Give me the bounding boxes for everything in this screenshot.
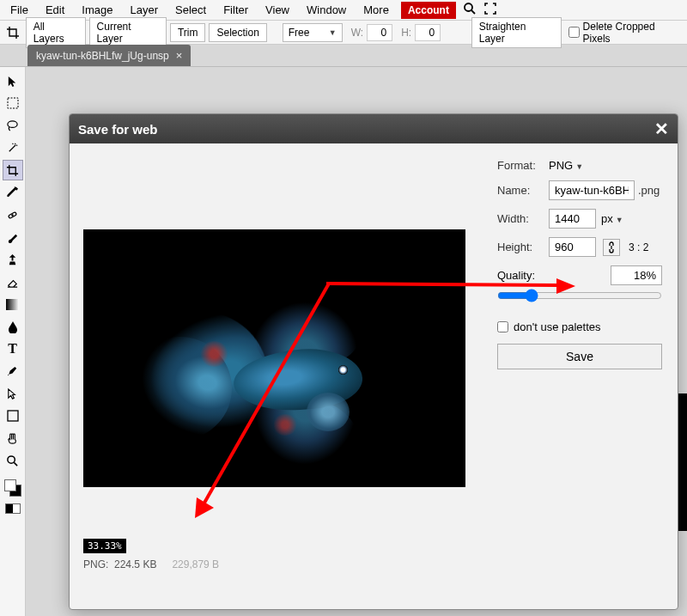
fullscreen-icon[interactable] xyxy=(480,2,501,19)
document-tab-label: kyaw-tun-k6BHLfw_jUg-unsp xyxy=(36,50,169,62)
width-label: Width: xyxy=(497,212,549,225)
selection-button[interactable]: Selection xyxy=(209,23,266,42)
current-layer-button[interactable]: Current Layer xyxy=(89,17,167,48)
format-short-label: PNG: xyxy=(83,558,108,570)
tool-palette: T xyxy=(0,67,26,616)
color-swatch[interactable] xyxy=(4,479,21,497)
file-size-kb: 224.5 KB xyxy=(114,558,156,570)
wand-tool-icon[interactable] xyxy=(3,137,23,158)
svg-line-8 xyxy=(14,462,17,466)
quality-slider[interactable] xyxy=(497,289,662,302)
link-dimensions-icon[interactable] xyxy=(603,239,620,256)
quality-label: Quality: xyxy=(497,269,535,282)
menu-window[interactable]: Window xyxy=(298,1,355,19)
height-value[interactable]: 0 xyxy=(415,24,441,41)
name-input[interactable] xyxy=(549,180,635,200)
save-button[interactable]: Save xyxy=(497,344,662,369)
clone-tool-icon[interactable] xyxy=(3,249,23,270)
account-button[interactable]: Account xyxy=(401,2,456,19)
svg-point-0 xyxy=(465,3,472,11)
save-for-web-dialog: Save for web ✕ 33.33% PNG: 224.5 KB 229,… xyxy=(69,113,678,610)
palettes-checkbox[interactable]: don't use palettes xyxy=(497,320,662,333)
menu-filter[interactable]: Filter xyxy=(215,1,257,19)
height-input[interactable] xyxy=(549,237,596,257)
zoom-tool-icon[interactable] xyxy=(3,450,23,471)
svg-rect-2 xyxy=(8,98,18,108)
menu-more[interactable]: More xyxy=(355,1,398,19)
trim-button[interactable]: Trim xyxy=(170,23,206,42)
width-unit-select[interactable]: px▼ xyxy=(601,212,637,225)
crop-tool-icon xyxy=(3,23,22,42)
format-label: Format: xyxy=(497,159,549,172)
svg-rect-6 xyxy=(8,411,18,421)
gradient-tool-icon[interactable] xyxy=(3,294,23,314)
preview-image[interactable] xyxy=(83,229,465,487)
healing-tool-icon[interactable] xyxy=(3,204,23,225)
straighten-button[interactable]: Straighten Layer xyxy=(471,17,562,48)
file-size-bytes: 229,879 B xyxy=(172,558,219,570)
menu-select[interactable]: Select xyxy=(167,1,215,19)
dialog-titlebar[interactable]: Save for web ✕ xyxy=(70,114,678,143)
fish-illustration xyxy=(122,264,431,461)
zoom-level[interactable]: 33.33% xyxy=(83,539,126,553)
close-tab-icon[interactable]: × xyxy=(176,49,183,62)
hand-tool-icon[interactable] xyxy=(3,428,23,448)
svg-point-3 xyxy=(8,120,17,127)
svg-line-1 xyxy=(471,10,475,14)
close-icon[interactable]: ✕ xyxy=(654,119,669,139)
lasso-tool-icon[interactable] xyxy=(3,115,23,136)
options-bar: All Layers Current Layer Trim Selection … xyxy=(0,21,687,45)
marquee-tool-icon[interactable] xyxy=(3,93,23,113)
height-label: H: xyxy=(401,27,411,39)
dialog-title: Save for web xyxy=(78,122,158,137)
brush-tool-icon[interactable] xyxy=(3,227,23,247)
document-tab-bar: kyaw-tun-k6BHLfw_jUg-unsp × xyxy=(0,45,687,67)
search-icon[interactable] xyxy=(459,2,480,19)
width-input[interactable] xyxy=(549,209,596,229)
menu-view[interactable]: View xyxy=(257,1,298,19)
eraser-tool-icon[interactable] xyxy=(3,271,23,292)
path-select-tool-icon[interactable] xyxy=(3,383,23,404)
quality-value[interactable]: 18% xyxy=(611,265,662,285)
document-tab[interactable]: kyaw-tun-k6BHLfw_jUg-unsp × xyxy=(27,45,191,66)
name-label: Name: xyxy=(497,184,549,197)
crop-tool-icon[interactable] xyxy=(3,160,23,180)
pen-tool-icon[interactable] xyxy=(3,361,23,381)
shape-tool-icon[interactable] xyxy=(3,406,23,426)
aspect-ratio: 3 : 2 xyxy=(629,241,648,253)
eyedropper-tool-icon[interactable] xyxy=(3,182,23,203)
delete-cropped-checkbox[interactable]: Delete Cropped Pixels xyxy=(568,21,684,45)
width-value[interactable]: 0 xyxy=(367,24,392,41)
blur-tool-icon[interactable] xyxy=(3,316,23,337)
svg-rect-5 xyxy=(6,299,19,310)
quick-mask-icon[interactable] xyxy=(5,503,21,514)
move-tool-icon[interactable] xyxy=(3,70,23,91)
name-extension: .png xyxy=(638,184,660,197)
type-tool-icon[interactable]: T xyxy=(3,338,23,359)
height-label: Height: xyxy=(497,241,549,253)
ratio-select[interactable]: Free▼ xyxy=(283,23,343,42)
svg-point-7 xyxy=(8,455,15,462)
all-layers-button[interactable]: All Layers xyxy=(26,17,86,48)
format-select[interactable]: PNG▼ xyxy=(549,159,596,172)
width-label: W: xyxy=(351,27,363,39)
